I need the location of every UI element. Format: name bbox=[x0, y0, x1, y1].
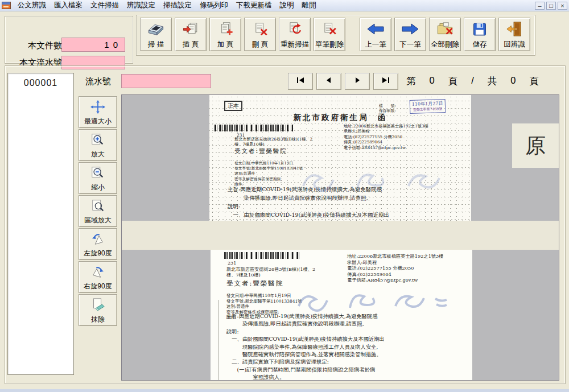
doc-line: 電話:(02)22577155 分機2050 bbox=[347, 265, 443, 271]
save-button[interactable]: 儲存 bbox=[464, 18, 496, 51]
page-separator: / bbox=[471, 75, 474, 88]
receipt-stamp-number: 豐榮文字第7488號 bbox=[412, 106, 443, 113]
menu-item-exit[interactable]: 離開 bbox=[298, 1, 320, 10]
document-list[interactable]: 000001 bbox=[7, 73, 74, 375]
menu-item-barcode-print[interactable]: 條碼列印 bbox=[196, 1, 232, 10]
zoom-in-icon bbox=[90, 130, 106, 150]
delete-page-button-label: 刪 頁 bbox=[252, 40, 268, 49]
previous-record-button[interactable]: 上一筆 bbox=[360, 18, 391, 51]
last-page-button[interactable] bbox=[373, 73, 398, 90]
rotate-left-icon bbox=[90, 229, 106, 249]
view-tools: 最適大小 放大 縮小 bbox=[79, 96, 117, 326]
menu-item-help[interactable]: 說明 bbox=[276, 1, 298, 10]
doc-line: 承辦人:邱美程 bbox=[347, 259, 443, 266]
doc-line: 樓、7樓及10樓) bbox=[234, 142, 312, 147]
back-to-recognition-button[interactable]: 回辨識 bbox=[498, 18, 530, 51]
scan-button[interactable]: 掃 描 bbox=[140, 18, 172, 51]
doc-count-label: 本文件數 bbox=[8, 40, 62, 51]
doc-address: 新北市新店區安德街26巷3號(B棟)(1樓、2樓、7樓及10樓) bbox=[234, 137, 312, 147]
serial-number-field[interactable] bbox=[121, 74, 211, 88]
delete-all-icon bbox=[436, 18, 454, 40]
next-page-button[interactable] bbox=[345, 73, 370, 90]
doc-line: 傳真:(02)22589064 bbox=[344, 139, 428, 145]
erase-button[interactable]: 抹除 bbox=[79, 294, 117, 326]
previous-page-button[interactable] bbox=[316, 73, 341, 90]
area-zoom-icon bbox=[90, 196, 106, 216]
rotate-right-label: 右旋90度 bbox=[84, 282, 112, 291]
doc-line: 現醫院院內感染事件,為保障醫療照護工作人員及病人安全, bbox=[226, 343, 385, 350]
list-item[interactable]: 000001 bbox=[8, 73, 73, 88]
area-zoom-button[interactable]: 區域放大 bbox=[79, 195, 117, 227]
minimize-button[interactable]: – bbox=[535, 2, 545, 10]
delete-all-button[interactable]: 全部刪除 bbox=[429, 18, 461, 51]
barcode bbox=[214, 125, 294, 131]
add-page-button[interactable]: 加 頁 bbox=[209, 18, 241, 51]
next-record-button-label: 下一筆 bbox=[399, 40, 421, 49]
fit-to-window-label: 最適大小 bbox=[84, 117, 112, 126]
serial-number-label: 流水號 bbox=[85, 76, 111, 87]
doc-meta: 發文日期:中華民國110年1月19日發文字號:新北衛醫字第1100133841號… bbox=[234, 161, 303, 187]
save-button-label: 儲存 bbox=[473, 40, 487, 49]
preview-area[interactable]: 正本 檔 號: 保存年限: 110年1月27日 豐榮文字第7488號 新北市政府… bbox=[121, 94, 559, 381]
toolbar-spacer bbox=[348, 18, 357, 51]
doc-line: 傳真:(02)22589064 bbox=[347, 271, 443, 278]
total-label: 共 bbox=[488, 75, 497, 88]
delete-all-button-label: 全部刪除 bbox=[431, 40, 459, 49]
doc-count-field[interactable] bbox=[61, 38, 125, 52]
rescan-icon bbox=[286, 18, 303, 40]
doc-contact-info: 地址:22006新北市板橋區英士路192之1號3樓承辦人:邱美程電話:(02)2… bbox=[344, 123, 428, 150]
page-label: 第 bbox=[406, 75, 416, 88]
first-page-icon bbox=[295, 76, 306, 86]
window-bottom-edge bbox=[0, 389, 569, 392]
doc-line: 密等及解密條件或保密期限: bbox=[234, 177, 303, 182]
zoom-out-button[interactable]: 縮小 bbox=[79, 162, 117, 194]
app-logo-icon bbox=[2, 2, 11, 9]
rotate-right-button[interactable]: 右旋90度 bbox=[79, 261, 117, 293]
toolbar: 掃 描 插 頁 加 頁 bbox=[136, 15, 535, 56]
menu-item-scan-settings[interactable]: 掃描設定 bbox=[159, 1, 196, 10]
doc-line: 染傳播風險,即日起請貴院確實依說明段辦理,請查照。 bbox=[226, 320, 385, 327]
restore-button[interactable]: □ bbox=[546, 2, 556, 10]
close-button[interactable]: × bbox=[558, 2, 567, 10]
doc-line: 說明: bbox=[226, 328, 385, 335]
menu-item-download-update[interactable]: 下載更新檔 bbox=[232, 1, 276, 10]
delete-page-button[interactable]: 刪 頁 bbox=[244, 18, 276, 51]
last-page-icon bbox=[381, 76, 391, 86]
menu-item-recognition-settings[interactable]: 辨識設定 bbox=[123, 1, 159, 10]
save-icon bbox=[472, 18, 488, 40]
zoom-in-button[interactable]: 放大 bbox=[79, 129, 117, 161]
scanned-page-original: 正本 檔 號: 保存年限: 110年1月27日 豐榮文字第7488號 新北市政府… bbox=[209, 95, 471, 221]
erase-label: 抹除 bbox=[91, 315, 105, 324]
rotate-left-label: 左旋90度 bbox=[84, 249, 112, 258]
erase-icon bbox=[90, 295, 106, 315]
menu-item-document-recognition[interactable]: 公文辨識 bbox=[14, 1, 50, 10]
insert-page-icon bbox=[182, 18, 199, 40]
delete-record-icon bbox=[321, 18, 338, 40]
page-unit-2: 頁 bbox=[529, 75, 539, 88]
rotate-left-button[interactable]: 左旋90度 bbox=[79, 228, 117, 260]
next-record-button[interactable]: 下一筆 bbox=[394, 18, 426, 51]
first-page-button[interactable] bbox=[288, 73, 313, 90]
doc-line: 說明: bbox=[228, 202, 389, 211]
previous-page-icon bbox=[324, 76, 334, 86]
fit-to-window-button[interactable]: 最適大小 bbox=[79, 96, 117, 128]
total-page-number: 0 bbox=[510, 75, 516, 88]
menu-item-document-scan[interactable]: 文件掃描 bbox=[86, 1, 123, 10]
doc-line: 承辦人:邱美程 bbox=[344, 129, 428, 134]
doc-line: 新北市新店區安德街26巷3號(B棟)(1樓、2 bbox=[226, 266, 315, 272]
pane-splitter[interactable] bbox=[122, 221, 559, 250]
app-window: { "menu": { "items": ["公文辨識","匯入檔案","文件掃… bbox=[0, 0, 569, 392]
next-record-icon bbox=[401, 18, 419, 40]
doc-line: 電子信箱:AR8457@ntpc.gov.tw bbox=[347, 277, 443, 283]
rescan-button[interactable]: 重新掃描 bbox=[279, 18, 311, 51]
scan-button-label: 掃 描 bbox=[148, 40, 164, 49]
doc-line: 一、由於國際間COVID-19(武漢肺炎)疫情持續擴大及本國近期出 bbox=[226, 335, 385, 343]
doc-address: 新北市新店區安德街26巷3號(B棟)(1樓、2樓、7樓及10樓) bbox=[226, 266, 315, 278]
doc-line: 醫院應確實執行陪探病管理作為,並落實相關感染管制措施。 bbox=[226, 350, 385, 358]
insert-page-button[interactable]: 插 頁 bbox=[175, 18, 207, 51]
copy-stamp: 正本 bbox=[224, 101, 242, 111]
delete-record-button[interactable]: 單筆刪除 bbox=[314, 18, 345, 51]
menu-item-import-file[interactable]: 匯入檔案 bbox=[50, 1, 86, 10]
main-panel: 000001 流水號 第 0 頁 / 共 0 頁 bbox=[5, 65, 566, 384]
document-count-panel: 本文件數 本文流水號 bbox=[5, 16, 133, 64]
